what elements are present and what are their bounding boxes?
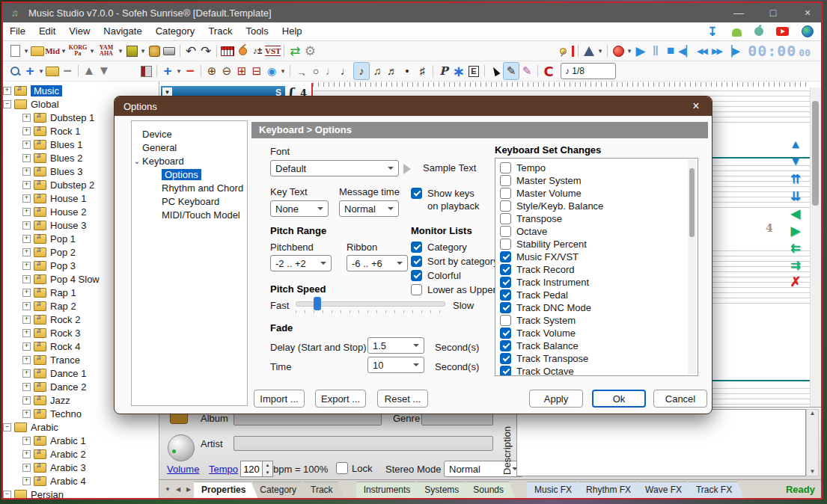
- korg-caret[interactable]: ▾: [88, 43, 96, 59]
- globe-icon[interactable]: [802, 25, 814, 37]
- metronome-caret[interactable]: ▾: [596, 43, 604, 59]
- expander-icon[interactable]: +: [22, 114, 31, 122]
- track-color-button[interactable]: [138, 63, 153, 79]
- remove-button[interactable]: −: [60, 63, 75, 79]
- ks-track-transpose-checkbox[interactable]: Track Transpose: [500, 352, 698, 365]
- ks-track-octave-checkbox[interactable]: Track Octave: [500, 365, 698, 376]
- tab-instruments[interactable]: Instruments: [356, 482, 423, 498]
- draw-tool[interactable]: ✎: [503, 62, 519, 80]
- apple-icon[interactable]: [754, 27, 763, 36]
- menu-item[interactable]: Edit: [32, 22, 62, 40]
- nav-first-button[interactable]: ⇇: [787, 240, 805, 255]
- tab-music-fx[interactable]: Music FX: [527, 482, 584, 498]
- dialog-tree-device[interactable]: Device: [132, 127, 247, 141]
- zoom-in-button[interactable]: ⊕: [204, 63, 219, 79]
- guitar-button[interactable]: [235, 43, 250, 59]
- expander-icon[interactable]: +: [22, 477, 31, 485]
- yamaha-caret[interactable]: ▾: [117, 43, 124, 59]
- show-keys-checkbox[interactable]: Show keys: [411, 186, 474, 200]
- volume-knob[interactable]: [168, 434, 195, 461]
- zoom-out-button[interactable]: ⊖: [219, 63, 234, 79]
- pitch-speed-slider[interactable]: [296, 301, 445, 313]
- expander-icon[interactable]: +: [22, 194, 31, 203]
- dialog-tree-options[interactable]: Options: [132, 168, 247, 181]
- scrollbar-thumb[interactable]: [689, 168, 695, 237]
- expander-icon[interactable]: +: [22, 410, 31, 418]
- minimize-button[interactable]: —: [733, 7, 745, 19]
- ks-track-record-checkbox[interactable]: Track Record: [500, 263, 698, 276]
- export-button[interactable]: Export ...: [315, 390, 366, 408]
- vst-button[interactable]: VST: [265, 43, 281, 59]
- key-text-combo[interactable]: None: [270, 200, 329, 217]
- expander-icon[interactable]: +: [22, 154, 31, 162]
- dialog-close-button[interactable]: ×: [689, 99, 703, 113]
- spin-up-icon[interactable]: ▲: [263, 461, 272, 469]
- monitor-category-checkbox[interactable]: Category: [411, 240, 498, 254]
- expander-icon[interactable]: +: [22, 221, 31, 230]
- scroll-down-icon[interactable]: ▼: [810, 468, 816, 476]
- metronome-button[interactable]: [582, 43, 596, 59]
- dialog-tree-general[interactable]: General: [132, 141, 247, 154]
- timeline-ruler[interactable]: [313, 82, 811, 87]
- menu-item[interactable]: Help: [275, 22, 309, 40]
- description-box[interactable]: [516, 409, 806, 476]
- ks-track-instrument-checkbox[interactable]: Track Instrument: [500, 276, 698, 289]
- nav-last-button[interactable]: ⇉: [787, 257, 805, 272]
- expander-icon[interactable]: +: [22, 235, 31, 243]
- download-icon[interactable]: ↧: [706, 25, 719, 37]
- dialog-tree-pckeyboard[interactable]: PC Keyboard: [132, 194, 247, 208]
- expander-icon[interactable]: +: [22, 275, 31, 283]
- new-document-button[interactable]: [7, 43, 22, 59]
- tempo-link[interactable]: Tempo: [209, 464, 238, 475]
- expander-icon[interactable]: +: [22, 316, 31, 324]
- expander-icon[interactable]: +: [22, 450, 31, 458]
- sidebar-item[interactable]: + Arabic 2: [3, 447, 159, 461]
- slider-thumb[interactable]: [314, 297, 321, 310]
- sync-button[interactable]: ⇄: [287, 43, 302, 59]
- rest-tool[interactable]: ♩: [293, 63, 308, 79]
- add-button[interactable]: +: [22, 63, 37, 79]
- pitchbend-combo[interactable]: -2 .. +2: [270, 255, 332, 271]
- step-back-button[interactable]: ◀▏: [678, 43, 695, 59]
- dot-tool[interactable]: •: [400, 63, 415, 79]
- midi-caret[interactable]: ▾: [60, 43, 67, 59]
- new-caret[interactable]: ▾: [22, 43, 30, 59]
- font-combo[interactable]: Default: [270, 160, 399, 176]
- print-button[interactable]: [162, 43, 177, 59]
- maximize-button[interactable]: □: [767, 7, 779, 19]
- fade-time-combo[interactable]: 10: [367, 357, 424, 373]
- view-button[interactable]: ◉: [264, 63, 279, 79]
- sidebar-item-arabic[interactable]: − Arabic: [3, 420, 159, 434]
- expander-icon[interactable]: +: [22, 356, 31, 364]
- nav-right-button[interactable]: ▶: [787, 223, 805, 238]
- expander-icon[interactable]: +: [22, 208, 31, 216]
- dialog-tree-midi[interactable]: MIDI/Touch Model: [132, 208, 247, 221]
- scroll-up-icon[interactable]: ▲: [810, 410, 816, 417]
- nav-down-button[interactable]: ▼: [787, 154, 805, 169]
- reset-button[interactable]: Reset ...: [377, 390, 428, 408]
- sidebar-item[interactable]: + Arabic 3: [3, 461, 159, 474]
- note-length-combo[interactable]: ♪ 1/8: [561, 63, 616, 79]
- ribbon-combo[interactable]: -6 .. +6: [347, 255, 408, 271]
- spin-down-icon[interactable]: ▼: [263, 469, 272, 476]
- tab-menu-caret[interactable]: ▼: [162, 482, 173, 497]
- step-forward-button[interactable]: ▕▶: [724, 43, 741, 59]
- expander-icon[interactable]: +: [22, 127, 31, 135]
- ks-track-balance-checkbox[interactable]: Track Balance: [500, 339, 698, 352]
- pattern-tool[interactable]: ∗: [451, 63, 466, 79]
- insert-button[interactable]: +: [160, 63, 175, 79]
- expander-icon[interactable]: +: [22, 369, 31, 378]
- remove-measure-button[interactable]: ⊟: [249, 63, 264, 79]
- sidebar-item[interactable]: + Arabic 1: [3, 434, 159, 447]
- lock-checkbox[interactable]: Lock: [336, 462, 372, 474]
- ks-track-dnc-checkbox[interactable]: Track DNC Mode: [500, 301, 698, 314]
- expander-icon[interactable]: −: [3, 491, 11, 499]
- import-button[interactable]: Import ...: [254, 390, 305, 408]
- add-caret[interactable]: ▾: [37, 63, 45, 79]
- menu-item[interactable]: Track: [201, 22, 239, 40]
- ks-master-system-checkbox[interactable]: Master System: [500, 174, 698, 187]
- sixteenth-note-tool[interactable]: ♫: [370, 63, 385, 79]
- import-category-button[interactable]: [45, 63, 60, 79]
- ks-style-balance-checkbox[interactable]: Style/Keyb. Balance: [500, 200, 698, 212]
- magnet-button[interactable]: C: [541, 63, 556, 79]
